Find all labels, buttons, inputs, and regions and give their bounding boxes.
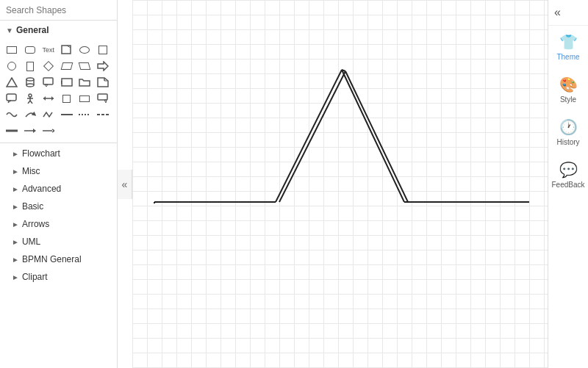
section-basic[interactable]: ► Basic: [0, 198, 117, 215]
svg-point-4: [26, 78, 34, 81]
label-uml: UML: [22, 237, 40, 247]
label-advanced: Advanced: [22, 184, 61, 194]
svg-rect-15: [7, 94, 16, 101]
arrow-arrows: ►: [12, 220, 19, 228]
shape-rect-tall[interactable]: [23, 59, 37, 73]
shape-line-dotted[interactable]: [77, 107, 92, 122]
theme-label: Theme: [556, 53, 579, 61]
collapse-right-button[interactable]: «: [554, 6, 561, 19]
history-icon: 🕐: [559, 118, 578, 136]
shape-parallelogram2[interactable]: [77, 59, 92, 73]
shape-person[interactable]: [23, 91, 37, 106]
svg-line-36: [52, 131, 54, 132]
shape-line-end[interactable]: [41, 123, 56, 138]
shape-rect2[interactable]: [77, 91, 92, 106]
theme-icon: 👕: [559, 33, 578, 51]
section-general[interactable]: ▼ General: [0, 21, 117, 40]
svg-point-7: [26, 84, 34, 87]
label-flowchart: Flowchart: [22, 148, 60, 159]
svg-line-41: [342, 70, 404, 202]
search-bar: 🔍: [0, 0, 117, 21]
section-label-general: General: [16, 25, 49, 35]
arrow-basic: ►: [12, 203, 19, 211]
shape-line-dashed[interactable]: [96, 107, 110, 122]
right-nav-history[interactable]: 🕐 History: [548, 111, 588, 154]
shape-document[interactable]: [96, 75, 110, 90]
label-bpmn: BPMN General: [22, 254, 82, 264]
feedback-label: FeedBack: [551, 181, 584, 189]
right-nav-theme[interactable]: 👕 Theme: [548, 26, 588, 68]
arrow-uml: ►: [12, 238, 19, 246]
section-clipart[interactable]: ► Clipart: [0, 268, 117, 286]
shape-curved-arrow[interactable]: [23, 107, 37, 122]
svg-marker-24: [51, 96, 54, 101]
label-basic: Basic: [22, 201, 43, 212]
svg-line-11: [61, 81, 62, 82]
section-bpmn[interactable]: ► BPMN General: [0, 250, 117, 268]
label-misc: Misc: [22, 166, 40, 176]
shape-banner[interactable]: [60, 75, 74, 90]
svg-point-17: [29, 94, 32, 97]
shape-arrow-line[interactable]: [23, 123, 37, 138]
arrow-clipart: ►: [12, 273, 19, 281]
svg-marker-2: [98, 62, 108, 71]
shape-ellipse[interactable]: [77, 43, 92, 57]
svg-rect-10: [62, 79, 72, 86]
collapse-left-button[interactable]: «: [118, 170, 132, 199]
right-sidebar: « 👕 Theme 🎨 Style 🕐 History 💬 FeedBack: [548, 0, 588, 368]
shape-square2[interactable]: [60, 91, 74, 106]
shape-double-arrow[interactable]: [41, 91, 56, 106]
shape-arrow-right[interactable]: [96, 59, 110, 73]
svg-line-38: [276, 70, 342, 202]
label-clipart: Clipart: [22, 272, 48, 282]
shape-square[interactable]: [96, 43, 110, 57]
svg-marker-33: [33, 129, 36, 133]
shape-line-solid[interactable]: [60, 107, 74, 122]
style-icon: 🎨: [559, 76, 578, 93]
shape-note[interactable]: [60, 43, 74, 57]
arrow-flowchart: ►: [12, 150, 19, 158]
section-flowchart[interactable]: ► Flowchart: [0, 145, 117, 162]
shape-speech2[interactable]: [96, 91, 110, 106]
feedback-icon: 💬: [559, 161, 578, 178]
canvas-drawing: [132, 0, 548, 368]
shape-wavy[interactable]: [4, 107, 19, 122]
shape-parallelogram[interactable]: [60, 59, 74, 73]
svg-marker-9: [45, 84, 48, 87]
style-label: Style: [560, 95, 576, 104]
left-sidebar: 🔍 ▼ General Text: [0, 0, 118, 368]
arrow-misc: ►: [12, 167, 19, 176]
shape-rect-rounded[interactable]: [23, 43, 37, 57]
section-uml[interactable]: ► UML: [0, 233, 117, 250]
svg-rect-25: [98, 94, 107, 100]
shape-line-thick[interactable]: [4, 123, 19, 138]
right-nav-style[interactable]: 🎨 Style: [548, 68, 588, 111]
svg-line-42: [345, 71, 408, 202]
label-arrows: Arrows: [22, 219, 49, 229]
arrow-advanced: ►: [12, 185, 19, 193]
section-misc[interactable]: ► Misc: [0, 162, 117, 180]
right-sidebar-top: «: [548, 0, 588, 26]
section-arrow-general: ▼: [6, 26, 13, 35]
shape-cylinder[interactable]: [23, 75, 37, 90]
svg-marker-3: [7, 78, 17, 87]
shape-circle[interactable]: [4, 59, 19, 73]
svg-marker-23: [43, 96, 46, 101]
shape-diamond[interactable]: [41, 59, 56, 73]
divider-general: [0, 142, 117, 143]
shape-zigzag[interactable]: [41, 107, 56, 122]
shapes-grid: Text: [0, 40, 117, 141]
shape-text[interactable]: Text: [41, 43, 56, 57]
right-nav-feedback[interactable]: 💬 FeedBack: [548, 154, 588, 196]
search-input[interactable]: [6, 5, 116, 15]
shape-rect[interactable]: [4, 43, 19, 57]
shape-folder[interactable]: [77, 75, 92, 90]
svg-line-21: [30, 101, 32, 104]
section-advanced[interactable]: ► Advanced: [0, 180, 117, 198]
main-canvas: [132, 0, 548, 368]
section-arrows[interactable]: ► Arrows: [0, 215, 117, 233]
shape-speech-bubble[interactable]: [4, 91, 19, 106]
shape-triangle[interactable]: [4, 75, 19, 90]
svg-line-39: [279, 71, 345, 202]
shape-callout[interactable]: [41, 75, 56, 90]
